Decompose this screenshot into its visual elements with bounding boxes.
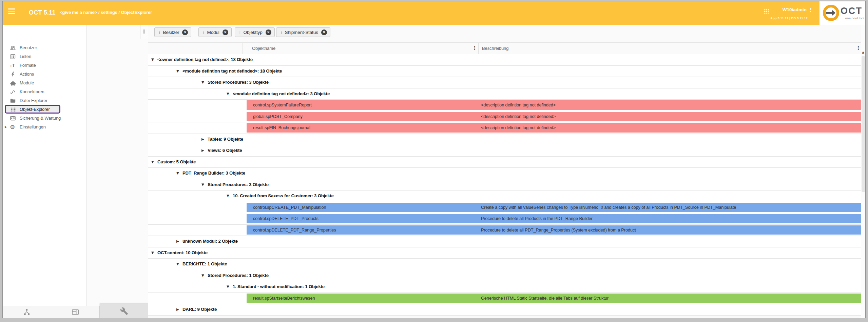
vertical-scrollbar[interactable]: ▲ <box>861 25 865 318</box>
object-row-highlight[interactable]: control.spCREATE_PDT_ManipulationCreate … <box>247 203 861 212</box>
sidebar-item-objekt-explorer[interactable]: Objekt-Explorer <box>3 105 86 114</box>
collapse-arrow-icon[interactable]: ▼ <box>151 247 154 258</box>
collapse-arrow-icon[interactable]: ▼ <box>227 88 229 99</box>
chip-label: Objekttyp <box>244 30 263 35</box>
group-row[interactable]: ▼BERICHTE: 1 Objekte <box>148 259 861 270</box>
sidebar: Benutzer Listen TT Formate Actions Modul… <box>3 25 86 306</box>
data-row[interactable]: result.spFIN_Buchungsjournal<description… <box>148 122 861 134</box>
group-row[interactable]: ▼Stored Procedures: 1 Objekte <box>148 270 861 282</box>
sidebar-item-label: Einstellungen <box>20 123 46 132</box>
backup-icon <box>10 115 16 121</box>
top-app-bar: OCT 5.11 <give me a name> / settings / O… <box>3 1 865 25</box>
flash-icon <box>10 71 16 77</box>
group-row[interactable]: ▼PDT_Range Builder: 3 Objekte <box>148 168 861 179</box>
data-row[interactable]: control.spSystemFailureReport<descriptio… <box>148 100 861 111</box>
filter-chip-shipment-status[interactable]: ↑ Shipment-Status × <box>276 27 330 37</box>
expand-arrow-icon[interactable]: ▶ <box>201 134 204 145</box>
sidebar-item-benutzer[interactable]: Benutzer <box>3 43 86 52</box>
remove-chip-icon[interactable]: × <box>182 29 188 35</box>
sidebar-item-formate[interactable]: TT Formate <box>3 61 86 70</box>
object-row-highlight[interactable]: control.spSystemFailureReport<descriptio… <box>247 100 861 110</box>
remove-chip-icon[interactable]: × <box>266 29 271 35</box>
object-row-highlight[interactable]: result.spFIN_Buchungsjournal<description… <box>247 123 861 133</box>
chip-label: Modul <box>207 30 219 35</box>
filter-chip-besitzer[interactable]: ↑ Besitzer × <box>154 27 191 37</box>
sidebar-item-datei-explorer[interactable]: Datei-Explorer <box>3 96 86 105</box>
group-label: BERICHTE: 1 Objekte <box>182 259 227 269</box>
group-label: 10. Created from Saxess for Customer: 3 … <box>233 190 334 201</box>
collapse-arrow-icon[interactable]: ▼ <box>201 77 204 88</box>
data-row[interactable]: control.spCREATE_PDT_ManipulationCreate … <box>148 202 861 214</box>
object-description: <description defintion tag not definded> <box>481 100 556 110</box>
sort-asc-icon: ↑ <box>158 30 161 35</box>
app-title: OCT 5.11 <box>29 1 56 25</box>
group-row[interactable]: ▼OCT.content: 10 Objekte <box>148 247 861 259</box>
expand-caret-icon[interactable]: ▶ <box>5 123 7 132</box>
sidebar-item-konnektoren[interactable]: Konnektoren <box>3 87 86 96</box>
sidebar-item-actions[interactable]: Actions <box>3 70 86 79</box>
data-row[interactable]: result.spStartseiteBerichtswesenGenerisc… <box>148 293 861 304</box>
group-row[interactable]: ▼Stored Procedures: 3 Objekte <box>148 179 861 191</box>
group-label: PDT_Range Builder: 3 Objekte <box>182 168 245 179</box>
object-row-highlight[interactable]: control.spDELETE_PDT_ProductsProcedure t… <box>247 214 861 223</box>
collapse-arrow-icon[interactable]: ▼ <box>201 270 204 281</box>
remove-chip-icon[interactable]: × <box>223 29 228 35</box>
sidebar-item-module[interactable]: Module <box>3 79 86 87</box>
object-row-highlight[interactable]: global.spPOST_Company<description defint… <box>247 112 861 121</box>
sidebar-item-label: Formate <box>20 61 36 70</box>
group-row[interactable]: ▼1. Standard - without modification: 1 O… <box>148 281 861 293</box>
collapse-arrow-icon[interactable]: ▼ <box>201 179 204 190</box>
data-row[interactable]: global.spPOST_Company<description defint… <box>148 111 861 123</box>
panel-splitter[interactable] <box>140 25 148 39</box>
hamburger-menu-icon[interactable] <box>8 8 16 17</box>
expand-arrow-icon[interactable]: ▶ <box>201 145 204 156</box>
scroll-up-icon[interactable]: ▲ <box>862 51 864 54</box>
group-row[interactable]: ▼<module defintion tag not definded>: 18… <box>148 66 861 77</box>
expand-arrow-icon[interactable]: ▶ <box>176 304 179 315</box>
user-menu-kebab-icon[interactable]: ⋮ <box>808 7 813 13</box>
column-menu-kebab-icon[interactable]: ⋮ <box>472 43 477 54</box>
object-description: Generische HTML Static Startseite, die a… <box>481 294 609 303</box>
object-row-highlight[interactable]: result.spStartseiteBerichtswesenGenerisc… <box>247 294 861 303</box>
splitter-grip-icon[interactable] <box>143 29 145 34</box>
filter-chip-modul[interactable]: ↑ Modul × <box>198 27 232 37</box>
column-header-beschreibung[interactable]: Beschreibung <box>482 43 508 54</box>
sidebar-item-einstellungen[interactable]: ▶ ⚙ Einstellungen <box>3 123 86 132</box>
group-row[interactable]: ▶unknown Modul: 2 Objekte <box>148 236 861 247</box>
group-row[interactable]: ▼Custom: 5 Objekte <box>148 157 861 168</box>
sidebar-item-sicherung-wartung[interactable]: Sicherung & Wartung <box>3 114 86 123</box>
sidebar-bottom-toolbar <box>3 306 148 318</box>
collapse-arrow-icon[interactable]: ▼ <box>227 190 229 201</box>
group-row[interactable]: ▼Stored Procedures: 3 Objekte <box>148 77 861 88</box>
collapse-arrow-icon[interactable]: ▼ <box>176 259 179 269</box>
group-row[interactable]: ▶Views: 6 Objekte <box>148 145 861 157</box>
scrollbar-thumb[interactable] <box>862 56 865 192</box>
data-row[interactable]: control.spDELETE_PDT_ProductsProcedure t… <box>148 213 861 225</box>
expand-arrow-icon[interactable]: ▶ <box>176 236 179 247</box>
object-row-highlight[interactable]: control.spDELETE_PDT_Range_PropertiesPro… <box>247 225 861 235</box>
collapse-arrow-icon[interactable]: ▼ <box>151 157 154 167</box>
collapse-arrow-icon[interactable]: ▼ <box>176 168 179 179</box>
object-description: <description defintion tag not definded> <box>481 112 556 121</box>
layout-view-tab[interactable] <box>51 306 100 318</box>
collapse-arrow-icon[interactable]: ▼ <box>176 66 179 77</box>
tools-view-tab[interactable] <box>100 304 148 318</box>
filter-chip-objekttyp[interactable]: ↑ Objekttyp × <box>235 27 275 37</box>
hierarchy-view-tab[interactable] <box>3 306 51 318</box>
group-label: Stored Procedures: 3 Objekte <box>208 77 269 88</box>
chip-label: Shipment-Status <box>285 30 318 35</box>
group-row[interactable]: ▼<module defintion tag not definded>: 3 … <box>148 88 861 100</box>
group-row[interactable]: ▼<owner definition tag not defined>: 18 … <box>148 54 861 66</box>
column-menu-kebab-icon[interactable]: ⋮ <box>856 43 861 54</box>
sidebar-item-listen[interactable]: Listen <box>3 52 86 61</box>
column-header-objektname[interactable]: Objektname <box>252 43 275 54</box>
remove-chip-icon[interactable]: × <box>321 29 327 35</box>
group-row[interactable]: ▶DARL: 9 Objekte <box>148 304 861 316</box>
apps-grid-icon[interactable] <box>764 8 769 14</box>
data-row[interactable]: control.spDELETE_PDT_Range_PropertiesPro… <box>148 225 861 236</box>
sidebar-item-label: Datei-Explorer <box>20 96 47 105</box>
collapse-arrow-icon[interactable]: ▼ <box>151 54 154 65</box>
group-row[interactable]: ▶Tables: 9 Objekte <box>148 134 861 145</box>
group-row[interactable]: ▼10. Created from Saxess for Customer: 3… <box>148 190 861 202</box>
collapse-arrow-icon[interactable]: ▼ <box>227 281 229 292</box>
